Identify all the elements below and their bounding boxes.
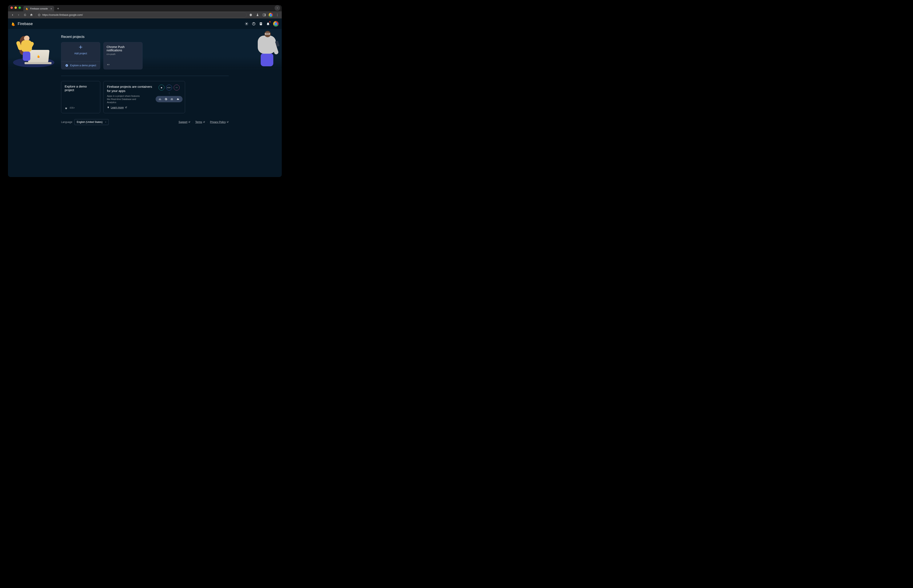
- tab-close-icon[interactable]: ×: [50, 7, 52, 10]
- browser-window: Firebase console × + https://console.fir…: [8, 5, 282, 177]
- info-cards-row: Explore a demo project iOS+ Firebase pro…: [61, 81, 229, 113]
- project-title: Chrome Push notifications: [107, 45, 139, 52]
- window-minimize-button[interactable]: [15, 6, 17, 9]
- brand-name: Firebase: [18, 22, 33, 26]
- docs-button[interactable]: [259, 21, 263, 26]
- svg-point-6: [246, 23, 247, 24]
- svg-rect-10: [260, 24, 262, 24]
- footer-links: Support · Terms · Privacy Policy: [178, 121, 229, 124]
- ios-icon: iOS+: [70, 107, 75, 110]
- explore-demo-card-title: Explore a demo project: [65, 85, 97, 92]
- nav-back-button[interactable]: [10, 13, 15, 17]
- browser-tab-active[interactable]: Firebase console ×: [23, 6, 54, 11]
- svg-point-5: [277, 16, 277, 16]
- hero-illustration-left: [11, 30, 55, 69]
- external-link-icon: [188, 121, 190, 123]
- ios-ring-icon: iOS+: [166, 85, 172, 90]
- containers-info-card: Firebase projects are containers for you…: [104, 81, 185, 113]
- theme-toggle-button[interactable]: [244, 21, 249, 26]
- add-project-card[interactable]: Add project Explore a demo project: [61, 42, 100, 69]
- hero-illustration-right: [250, 30, 279, 69]
- chevron-down-icon: [276, 7, 278, 9]
- support-link-label: Support: [178, 121, 188, 124]
- address-bar[interactable]: https://console.firebase.google.com/: [36, 12, 247, 18]
- containers-card-title: Firebase projects are containers for you…: [107, 85, 153, 93]
- external-link-icon: [227, 121, 229, 123]
- people-icon: [170, 98, 173, 100]
- learn-more-label: Learn more: [111, 106, 124, 109]
- labs-button[interactable]: [255, 13, 260, 17]
- terms-link[interactable]: Terms: [195, 121, 205, 124]
- explore-demo-card[interactable]: Explore a demo project iOS+: [61, 81, 100, 113]
- notifications-button[interactable]: [266, 21, 270, 26]
- nav-forward-button[interactable]: [16, 13, 21, 17]
- cloud-icon: [176, 98, 180, 100]
- browser-actions: [248, 13, 280, 17]
- account-avatar-button[interactable]: [273, 21, 279, 27]
- privacy-link[interactable]: Privacy Policy: [210, 121, 229, 124]
- learn-more-link[interactable]: Learn more: [107, 106, 127, 109]
- help-button[interactable]: [251, 21, 256, 26]
- explore-demo-strip[interactable]: Explore a demo project: [61, 61, 100, 69]
- browser-toolbar: https://console.firebase.google.com/: [8, 11, 282, 19]
- project-platforms: [107, 58, 139, 66]
- extensions-button[interactable]: [248, 13, 253, 17]
- project-card[interactable]: Chrome Push notifications crx-push: [104, 42, 142, 69]
- external-link-icon: [203, 121, 205, 123]
- window-zoom-button[interactable]: [19, 6, 21, 9]
- compass-icon: [65, 64, 68, 67]
- lightbulb-icon: [107, 106, 110, 109]
- support-link[interactable]: Support: [178, 121, 190, 124]
- web-platform-icon: [107, 63, 110, 66]
- gear-icon: [164, 98, 167, 100]
- site-info-icon[interactable]: [38, 13, 40, 16]
- language-value: English (United States): [77, 121, 102, 124]
- app-header: Firebase: [8, 19, 282, 29]
- browser-menu-button[interactable]: [275, 13, 280, 17]
- language-select[interactable]: English (United States): [74, 119, 108, 125]
- terms-link-label: Terms: [195, 121, 202, 124]
- explore-demo-card-platforms: iOS+: [65, 107, 97, 110]
- language-selector: Language English (United States): [61, 119, 108, 125]
- recent-projects-title: Recent projects: [61, 35, 229, 39]
- plus-icon: [78, 44, 83, 50]
- new-tab-button[interactable]: +: [55, 6, 61, 11]
- address-bar-url: https://console.firebase.google.com/: [42, 13, 83, 16]
- profile-avatar-button[interactable]: [269, 13, 273, 17]
- nav-home-button[interactable]: [29, 13, 34, 17]
- svg-rect-9: [260, 23, 262, 23]
- section-divider: [61, 76, 229, 76]
- window-close-button[interactable]: [11, 6, 13, 9]
- notification-badge: [269, 21, 271, 23]
- caret-down-icon: [105, 121, 107, 123]
- svg-point-4: [277, 15, 277, 15]
- svg-point-3: [277, 14, 277, 14]
- containers-card-desc: Apps in a project share features like Re…: [107, 94, 143, 104]
- project-id: crx-push: [107, 53, 139, 55]
- brand[interactable]: Firebase: [11, 21, 33, 26]
- explore-demo-label: Explore a demo project: [70, 64, 96, 67]
- header-actions: [244, 21, 279, 27]
- android-icon: [65, 107, 68, 110]
- side-panel-button[interactable]: [262, 13, 267, 17]
- web-ring-icon: [174, 85, 180, 90]
- project-cards-row: Add project Explore a demo project Chrom…: [61, 42, 229, 69]
- external-link-icon: [125, 106, 127, 108]
- add-project-label: Add project: [74, 52, 87, 55]
- tabs-dropdown-button[interactable]: [275, 5, 280, 11]
- browser-tabbar: Firebase console × +: [8, 5, 282, 11]
- svg-rect-2: [264, 14, 265, 16]
- firebase-favicon-icon: [26, 7, 28, 10]
- containers-diagram: iOS+: [157, 85, 181, 110]
- window-controls: [10, 5, 22, 11]
- browser-tab-title: Firebase console: [30, 7, 48, 10]
- firebase-logo-icon: [11, 21, 16, 26]
- nav-reload-button[interactable]: [23, 13, 28, 17]
- analytics-icon: [159, 98, 162, 100]
- privacy-link-label: Privacy Policy: [210, 121, 226, 124]
- language-label: Language: [61, 121, 72, 124]
- page-footer: Language English (United States) Support…: [61, 119, 229, 125]
- android-ring-icon: [159, 85, 164, 90]
